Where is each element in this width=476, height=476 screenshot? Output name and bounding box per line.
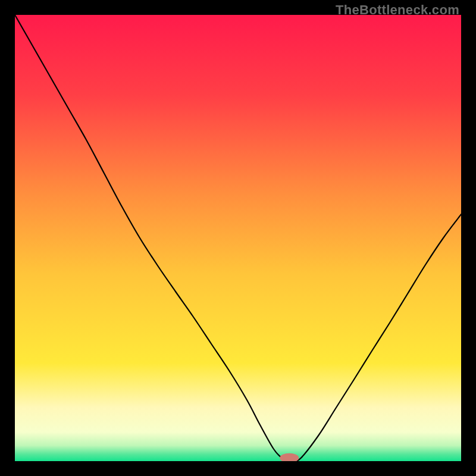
chart-frame: TheBottleneck.com <box>0 0 476 476</box>
bottleneck-chart <box>15 15 461 461</box>
plot-area <box>15 15 461 461</box>
chart-background <box>15 15 461 461</box>
